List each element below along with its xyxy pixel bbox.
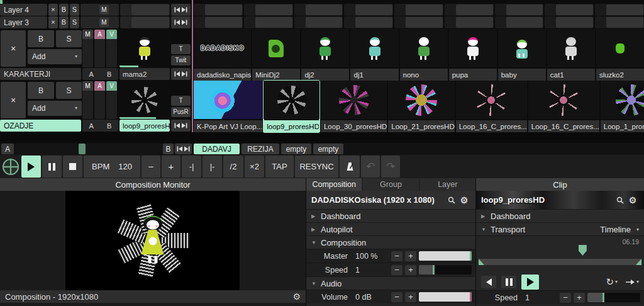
previous-clip-icon[interactable] xyxy=(174,20,180,25)
bypass-button[interactable]: B xyxy=(59,16,69,28)
gear-icon[interactable]: ⚙ xyxy=(292,292,301,301)
crossfader-track[interactable] xyxy=(16,144,162,154)
master-toggle[interactable]: M xyxy=(99,18,109,27)
fade-mode-button[interactable]: PusR xyxy=(171,107,191,117)
layer-name[interactable]: Layer 3 xyxy=(0,16,47,28)
clip-thumbnail[interactable] xyxy=(321,81,387,119)
empty-clip-slot[interactable] xyxy=(244,16,293,28)
stop-button[interactable] xyxy=(63,156,82,178)
video-fader[interactable]: V xyxy=(106,81,117,119)
master-fader[interactable]: M xyxy=(82,30,93,67)
bpm-double-button[interactable]: ×2 xyxy=(245,156,264,178)
nudge-down-button[interactable]: -| xyxy=(182,156,201,178)
audio-fader[interactable]: A xyxy=(94,30,105,67)
play-button[interactable] xyxy=(21,156,41,178)
decrease-button[interactable]: − xyxy=(391,292,402,302)
clip-speed-slider[interactable] xyxy=(587,293,640,302)
play-backwards-button[interactable] xyxy=(481,276,496,288)
clear-layer-button[interactable]: × xyxy=(48,4,58,16)
speed-value[interactable]: 1 xyxy=(350,266,378,275)
next-clip-icon[interactable] xyxy=(182,71,187,77)
crossfader-a-button[interactable]: A xyxy=(1,144,14,154)
decrease-button[interactable]: − xyxy=(391,265,402,275)
assign-b[interactable]: B xyxy=(107,71,111,78)
empty-clip-slot[interactable] xyxy=(595,16,644,28)
bpm-increase-button[interactable]: + xyxy=(162,156,180,178)
section-audio[interactable]: ▼Audio xyxy=(306,276,475,290)
active-clip-name[interactable]: loop9_proresHD xyxy=(119,120,170,132)
master-value[interactable]: 100 % xyxy=(350,252,378,261)
out-point-marker[interactable] xyxy=(636,259,641,265)
audio-fader[interactable]: A xyxy=(94,81,105,119)
search-icon[interactable] xyxy=(614,194,626,207)
resync-button[interactable]: RESYNC xyxy=(295,156,338,178)
increase-button[interactable]: + xyxy=(405,251,416,261)
redo-button[interactable]: ↷ xyxy=(381,156,400,178)
clip-label[interactable]: baby xyxy=(498,69,546,81)
speed-slider[interactable] xyxy=(419,265,472,275)
volume-value[interactable]: 0 dB xyxy=(350,293,378,302)
previous-clip-icon[interactable] xyxy=(174,123,180,128)
clip-label[interactable]: cat1 xyxy=(547,69,595,81)
master-fader[interactable]: M xyxy=(82,81,93,119)
empty-clip-slot[interactable] xyxy=(394,16,443,28)
volume-slider[interactable] xyxy=(419,292,472,302)
clip-thumbnail[interactable] xyxy=(456,81,527,119)
timeline-mode-dropdown[interactable]: Timeline xyxy=(600,225,631,234)
empty-clip-slot[interactable] xyxy=(344,16,393,28)
empty-clip-slot[interactable] xyxy=(344,4,393,16)
in-point-marker[interactable] xyxy=(479,259,484,265)
section-dashboard[interactable]: ▶Dashboard xyxy=(476,209,644,222)
assign-a[interactable]: A xyxy=(89,71,94,78)
layer-name-label[interactable]: KARAKTERJI xyxy=(0,68,81,80)
empty-clip-slot[interactable] xyxy=(595,4,644,16)
assign-b[interactable]: B xyxy=(107,122,111,130)
layer-name[interactable]: Layer 4 xyxy=(0,4,47,16)
clip-thumbnail[interactable] xyxy=(528,81,599,119)
solo-button[interactable]: S xyxy=(70,16,79,28)
empty-clip-slot[interactable] xyxy=(445,4,494,16)
clip-label[interactable]: Loop_16_C_prores... xyxy=(528,120,599,132)
deck-tab-empty-1[interactable]: empty xyxy=(281,144,311,154)
empty-clip-slot[interactable] xyxy=(244,4,293,16)
solo-button[interactable]: S xyxy=(70,4,79,16)
gear-icon[interactable]: ⚙ xyxy=(458,194,470,207)
clip-label[interactable]: dj2 xyxy=(301,69,349,81)
clip-thumbnail[interactable] xyxy=(350,29,398,67)
assign-a[interactable]: A xyxy=(89,122,94,130)
previous-clip-icon[interactable] xyxy=(174,71,180,77)
play-direction-icon[interactable] xyxy=(625,279,635,285)
clip-thumbnail[interactable] xyxy=(194,81,262,119)
trigger-style-button[interactable]: T xyxy=(171,96,191,106)
clip-label[interactable]: pupa xyxy=(449,69,497,81)
empty-clip-slot[interactable] xyxy=(194,16,243,28)
video-fader[interactable]: V xyxy=(106,30,117,67)
nudge-up-button[interactable]: |- xyxy=(203,156,222,178)
trigger-style-button[interactable]: T xyxy=(171,44,191,54)
clip-label[interactable]: MiniDj2 xyxy=(252,69,300,81)
empty-clip-slot[interactable] xyxy=(495,16,544,28)
play-button[interactable] xyxy=(521,275,539,290)
decrease-button[interactable]: − xyxy=(560,293,571,303)
clip-thumbnail[interactable] xyxy=(388,81,454,119)
pause-button[interactable] xyxy=(42,156,62,178)
section-transport[interactable]: ▼ Transport Timeline ▾ xyxy=(476,222,644,235)
clip-label[interactable]: Loop_21_proresHD xyxy=(388,120,454,132)
timeline-track[interactable] xyxy=(479,259,641,265)
tab-composition[interactable]: Composition xyxy=(306,178,362,191)
clip-thumbnail[interactable] xyxy=(400,29,448,67)
blend-mode-dropdown[interactable]: Add▾ xyxy=(28,49,82,64)
active-clip-cell[interactable] xyxy=(120,16,170,28)
tab-group[interactable]: Group xyxy=(363,178,418,191)
solo-button[interactable]: S xyxy=(56,30,82,47)
clip-label[interactable]: dj1 xyxy=(350,69,398,81)
composition-mixer-icon[interactable] xyxy=(1,156,20,178)
empty-clip-slot[interactable] xyxy=(495,4,544,16)
loop-mode-icon[interactable]: ↻ xyxy=(606,276,614,288)
bpm-half-button[interactable]: /2 xyxy=(223,156,243,178)
section-composition[interactable]: ▼Composition xyxy=(306,235,475,249)
clip-label[interactable]: Loop_30_proresHD xyxy=(321,120,387,132)
section-autopilot[interactable]: ▶Autopilot xyxy=(306,222,475,235)
bypass-button[interactable]: B xyxy=(28,30,54,47)
bpm-display[interactable]: BPM120 xyxy=(84,156,140,178)
